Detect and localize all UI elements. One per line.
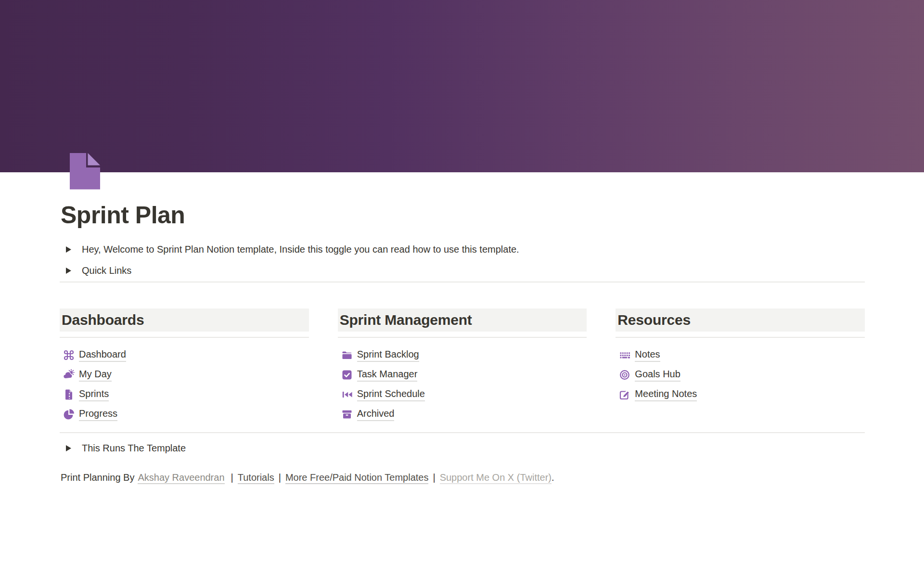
footer-prefix: Print Planning By <box>61 472 134 483</box>
link-sprint-backlog[interactable]: Sprint Backlog <box>338 345 587 365</box>
link-notes[interactable]: Notes <box>616 345 865 365</box>
command-icon <box>63 349 75 361</box>
divider <box>60 337 309 338</box>
page-title: Sprint Plan <box>61 201 185 230</box>
toggle-triangle-icon <box>66 268 71 274</box>
link-my-day[interactable]: My Day <box>60 365 309 385</box>
divider <box>60 432 865 433</box>
toggle-quick-links[interactable]: Quick Links <box>66 260 131 281</box>
column-title: Sprint Management <box>340 312 472 328</box>
link-archived[interactable]: Archived <box>338 404 587 424</box>
column-dashboards: Dashboards Dashboard <box>60 308 309 424</box>
link-sprints[interactable]: Sprints <box>60 385 309 404</box>
receipt-page-icon <box>63 389 75 400</box>
divider <box>60 282 865 282</box>
toggle-welcome-label: Hey, Welcome to Sprint Plan Notion templ… <box>82 243 519 256</box>
rewind-icon <box>341 389 353 400</box>
keyboard-icon <box>619 349 630 361</box>
divider <box>338 337 587 338</box>
archive-box-icon <box>341 409 353 420</box>
target-icon <box>619 369 630 381</box>
column-sprint-management: Sprint Management Sprint Backlog Tas <box>338 308 587 424</box>
footer-link-more-templates[interactable]: More Free/Paid Notion Templates <box>285 472 429 484</box>
toggle-runs-template[interactable]: This Runs The Template <box>66 438 186 458</box>
document-page-icon <box>70 153 101 190</box>
link-progress[interactable]: Progress <box>60 404 309 424</box>
column-heading: Resources <box>616 308 865 332</box>
toggle-triangle-icon <box>66 246 71 253</box>
link-goals-hub[interactable]: Goals Hub <box>616 365 865 385</box>
footer-separator: | <box>433 472 435 483</box>
checkbox-checked-icon <box>341 369 353 381</box>
page-cover-gradient <box>0 0 924 172</box>
toggle-runs-template-label: This Runs The Template <box>82 441 186 455</box>
footer-suffix: . <box>552 472 554 483</box>
page-icon[interactable] <box>70 153 101 190</box>
link-sprint-schedule[interactable]: Sprint Schedule <box>338 385 587 404</box>
divider <box>616 337 865 338</box>
toggle-triangle-icon <box>66 445 71 451</box>
pie-chart-icon <box>63 409 75 420</box>
compose-icon <box>619 389 630 400</box>
footer-credits: Print Planning ByAkshay Raveendran|Tutor… <box>61 470 554 485</box>
footer-separator: | <box>279 472 281 483</box>
column-heading: Sprint Management <box>338 308 587 332</box>
link-columns: Dashboards Dashboard <box>60 308 865 424</box>
link-dashboard[interactable]: Dashboard <box>60 345 309 365</box>
footer-separator: | <box>231 472 233 483</box>
footer-link-support-twitter[interactable]: Support Me On X (Twitter) <box>440 472 552 484</box>
column-title: Dashboards <box>62 312 144 328</box>
column-heading: Dashboards <box>60 308 309 332</box>
link-meeting-notes[interactable]: Meeting Notes <box>616 385 865 404</box>
footer-link-tutorials[interactable]: Tutorials <box>238 472 274 484</box>
toggle-welcome[interactable]: Hey, Welcome to Sprint Plan Notion templ… <box>66 239 519 259</box>
column-resources: Resources Notes <box>616 308 865 424</box>
sun-cloud-icon <box>63 369 75 381</box>
footer-link-author[interactable]: Akshay Raveendran <box>138 472 224 484</box>
folder-icon <box>341 349 353 361</box>
link-task-manager[interactable]: Task Manager <box>338 365 587 385</box>
column-title: Resources <box>617 312 691 328</box>
toggle-quick-links-label: Quick Links <box>82 264 131 277</box>
